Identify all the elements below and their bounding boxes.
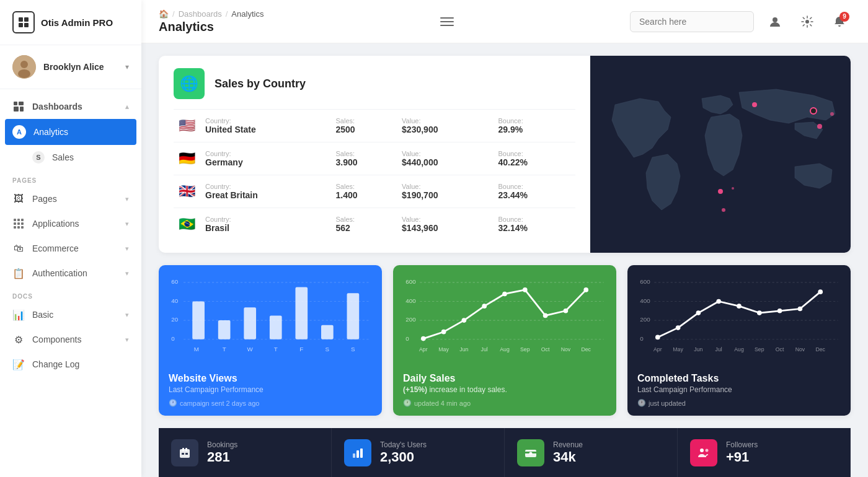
bookings-label: Bookings [207,440,237,449]
sidebar-item-components[interactable]: ⚙ Components ▾ [0,327,141,352]
svg-rect-111 [360,449,363,458]
completed-tasks-title: Completed Tasks [637,373,841,384]
country-info: Country: United State [200,110,330,142]
authentication-chevron-icon: ▾ [125,269,129,278]
today-users-info: Today's Users 2,300 [380,440,427,465]
svg-point-63 [482,304,487,309]
sidebar-item-pages-label: Pages [32,194,57,204]
svg-text:0: 0 [640,335,644,342]
today-users-value: 2,300 [380,449,427,465]
daily-sales-chart: 600 400 200 0 [403,275,606,364]
sidebar-item-dashboards-label: Dashboards [32,102,82,112]
sidebar-item-analytics[interactable]: A Analytics [5,119,136,145]
svg-point-66 [543,313,548,318]
country-name: Great Britain [205,190,326,200]
svg-rect-104 [180,449,190,458]
svg-text:60: 60 [171,278,178,285]
ecommerce-icon: 🛍 [12,242,25,255]
sidebar-item-sales[interactable]: S Sales [0,145,141,170]
value-stat: Value: $440,000 [397,142,493,175]
svg-text:F: F [299,346,303,352]
svg-point-115 [700,449,704,452]
search-input[interactable] [630,11,754,32]
today-users-icon [344,439,371,466]
breadcrumb-sep-1: / [172,9,175,19]
svg-text:Oct: Oct [776,346,784,352]
completed-tasks-card: 600 400 200 0 [627,265,851,416]
svg-text:M: M [194,346,199,352]
followers-label: Followers [726,440,758,449]
bounce-stat: Bounce: 23.44% [493,175,575,208]
value-stat: Value: $143,960 [397,208,493,241]
svg-rect-43 [321,325,334,339]
country-flag: 🇬🇧 [179,183,195,199]
svg-text:600: 600 [640,278,650,285]
hamburger-button[interactable] [438,15,456,28]
svg-text:Jun: Jun [459,346,468,352]
svg-rect-108 [185,453,188,455]
pages-icon: 🖼 [12,193,25,205]
sidebar-item-ecommerce[interactable]: 🛍 Ecommerce ▾ [0,236,141,261]
svg-text:Jul: Jul [715,346,722,352]
sidebar-item-changelog[interactable]: 📝 Change Log [0,352,141,377]
main-area: 🏠 / Dashboards / Analytics Analytics [141,0,868,477]
analytics-badge: A [12,125,26,139]
docs-section-label: DOCS [0,286,141,302]
svg-rect-110 [356,450,359,458]
svg-text:0: 0 [405,335,409,342]
svg-point-114 [529,452,533,455]
sales-stat: Sales: 562 [330,208,397,241]
user-profile-button[interactable] [764,11,786,33]
svg-rect-15 [17,222,20,225]
sidebar-user[interactable]: Brooklyn Alice ▾ [0,45,141,89]
svg-text:200: 200 [405,316,416,323]
sidebar-item-pages[interactable]: 🖼 Pages ▾ [0,186,141,211]
changelog-icon: 📝 [12,358,25,370]
svg-point-26 [752,102,757,107]
country-info: Country: Great Britain [200,175,330,208]
home-icon: 🏠 [159,9,169,19]
svg-text:Dec: Dec [581,346,591,352]
svg-rect-17 [14,226,16,229]
dashboards-chevron-icon: ▴ [125,103,129,111]
sidebar-user-chevron-icon: ▾ [125,63,129,71]
breadcrumb-dashboards[interactable]: Dashboards [179,9,222,19]
daily-sales-title: Daily Sales [403,373,606,384]
settings-button[interactable] [796,11,818,33]
svg-rect-1 [24,17,29,22]
header-center [438,15,456,28]
value-stat: Value: $230,900 [397,110,493,142]
sidebar-item-basic-label: Basic [32,310,53,320]
svg-point-90 [737,304,742,309]
svg-rect-42 [295,287,308,339]
revenue-info: Revenue 34k [553,440,583,465]
hamburger-line-1 [440,17,454,19]
daily-sales-card: 600 400 200 0 [393,265,616,416]
website-views-chart-area: 60 40 20 0 [159,265,382,364]
user-icon [769,15,781,28]
svg-text:Apr: Apr [419,346,428,352]
notifications-button[interactable]: 9 [828,11,851,33]
svg-rect-18 [17,226,20,229]
sidebar-item-authentication[interactable]: 📋 Authentication ▾ [0,261,141,286]
svg-point-92 [777,309,782,313]
svg-point-94 [818,289,823,294]
svg-text:Sep: Sep [520,346,530,352]
svg-text:Oct: Oct [541,346,550,352]
svg-point-6 [18,69,30,78]
sidebar-item-basic[interactable]: 📊 Basic ▾ [0,302,141,327]
svg-point-65 [523,287,528,292]
sidebar-item-dashboards[interactable]: Dashboards ▴ [0,94,141,119]
breadcrumb: 🏠 / Dashboards / Analytics [159,9,264,19]
header: 🏠 / Dashboards / Analytics Analytics [141,0,868,43]
country-label: Country: [205,150,326,157]
sales-stat: Sales: 3.900 [330,142,397,175]
bounce-stat: Bounce: 32.14% [493,208,575,241]
sidebar-item-applications[interactable]: Applications ▾ [0,211,141,236]
svg-text:40: 40 [171,297,178,304]
revenue-value: 34k [553,449,583,465]
sales-stat: Sales: 2500 [330,110,397,142]
country-name: Brasil [205,223,326,233]
svg-point-25 [732,187,734,190]
svg-point-21 [805,20,809,24]
